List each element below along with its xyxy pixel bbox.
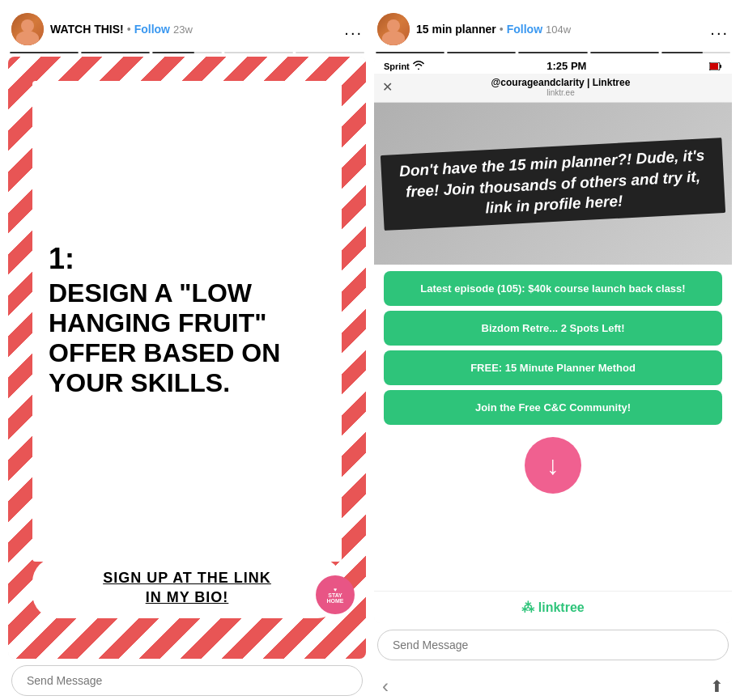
phone-status-bar: Sprint 1:25 PM [374,57,732,74]
lt-button-2[interactable]: Bizdom Retre... 2 Spots Left! [384,311,722,346]
story-header-right: 15 min planner • Follow 104w ... [374,8,732,52]
badge-icon: ♥ [334,587,337,592]
linktree-logo: ⁂ linktree [521,600,584,614]
story-time-left: 23w [173,23,193,36]
progress-r4 [590,52,659,53]
progress-r5 [661,52,730,53]
story-time-right: 104w [546,23,571,36]
promo-area: Don't have the 15 min planner?! Dude, it… [374,103,732,265]
send-message-input-right[interactable] [377,630,729,660]
progress-bars-right [374,52,732,53]
send-message-bar-right [374,623,732,670]
down-arrow-icon: ↓ [546,452,559,478]
story-image-left: 1: DESIGN A "LOW HANGING FRUIT" OFFER BA… [8,57,366,659]
follow-button-left[interactable]: Follow [134,23,170,36]
browser-url: linktr.ee [398,88,724,97]
share-icon[interactable]: ⬆ [710,677,724,696]
back-chevron-icon[interactable]: ‹ [382,675,389,698]
progress-bars-left [8,52,366,53]
browser-close-button[interactable]: ✕ [382,79,393,95]
send-message-bar-left [8,659,366,700]
lt-button-1[interactable]: Latest episode (105): $40k course launch… [384,271,722,306]
phone-screen: Sprint 1:25 PM ✕ @courage [374,57,732,623]
action-bar-right: ‹ ⬆ [374,670,732,700]
story-panel-left: WATCH THIS! • Follow 23w ... 1: DESIGN A… [8,8,366,700]
progress-1 [10,52,79,53]
avatar-left[interactable] [11,13,44,45]
more-button-left[interactable]: ... [344,20,363,39]
story-panel-right: 15 min planner • Follow 104w ... Sprint [374,8,732,700]
header-info-left: WATCH THIS! • Follow 23w [50,23,338,36]
linktree-footer: ⁂ linktree [374,591,732,623]
more-button-right[interactable]: ... [710,20,729,39]
username-right: 15 min planner [416,23,496,36]
status-time: 1:25 PM [424,60,709,72]
lt-button-3[interactable]: FREE: 15 Minute Planner Method [384,350,722,385]
cta-box: SIGN UP AT THE LINKIN MY BIO! [32,558,342,618]
wifi-icon [413,61,424,71]
battery-icon [709,62,722,70]
card-number: 1: [49,244,325,274]
browser-site-name: @courageandclarity | Linktree [398,77,724,88]
progress-r3 [518,52,587,53]
stories-container: WATCH THIS! • Follow 23w ... 1: DESIGN A… [0,0,740,700]
header-info-right: 15 min planner • Follow 104w [416,23,704,36]
story-image-right: Sprint 1:25 PM ✕ @courage [374,57,732,623]
promo-text: Don't have the 15 min planner?! Dude, it… [392,144,713,223]
avatar-right[interactable] [377,13,410,45]
linktree-buttons: Latest episode (105): $40k course launch… [374,265,732,591]
svg-rect-2 [720,65,721,68]
progress-2 [81,52,150,53]
lt-button-4[interactable]: Join the Free C&C Community! [384,390,722,425]
down-arrow-overlay: ↓ [525,437,581,494]
follow-button-right[interactable]: Follow [507,23,542,36]
browser-url-info: @courageandclarity | Linktree linktr.ee [398,77,724,97]
badge-text-line1: STAY [328,592,342,598]
carrier-label: Sprint [384,62,410,71]
status-right [709,62,722,70]
svg-rect-1 [710,63,718,70]
progress-5 [296,52,364,53]
status-left: Sprint [384,61,424,71]
progress-r2 [447,52,516,53]
progress-4 [224,52,293,53]
card-content: 1: DESIGN A "LOW HANGING FRUIT" OFFER BA… [32,81,342,562]
browser-url-row: ✕ @courageandclarity | Linktree linktr.e… [382,77,724,97]
send-message-input-left[interactable] [11,665,363,696]
stay-home-badge: ♥ STAY HOME [316,575,355,614]
progress-3 [152,52,221,53]
card-text: DESIGN A "LOW HANGING FRUIT" OFFER BASED… [49,278,325,397]
story-header-left: WATCH THIS! • Follow 23w ... [8,8,366,52]
username-left: WATCH THIS! [50,23,124,36]
browser-bar: ✕ @courageandclarity | Linktree linktr.e… [374,74,732,103]
progress-r1 [376,52,444,53]
badge-text-line2: HOME [327,598,344,604]
cta-text: SIGN UP AT THE LINKIN MY BIO! [49,569,325,607]
